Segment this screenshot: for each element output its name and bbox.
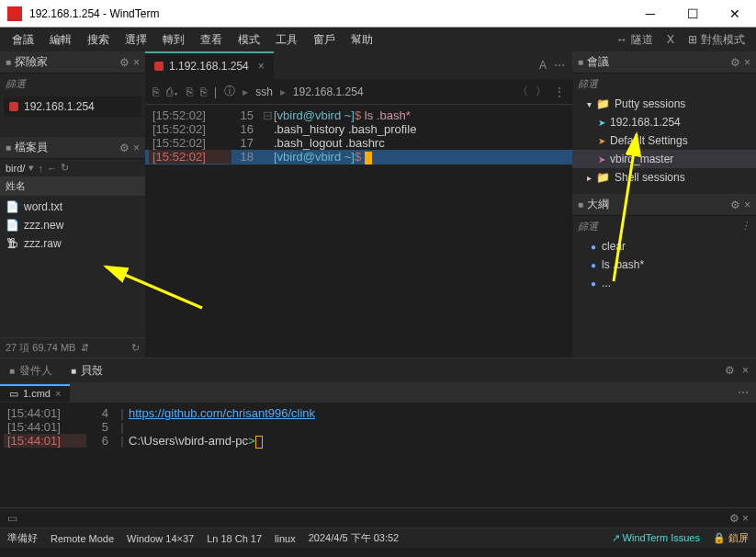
menu-模式[interactable]: 模式	[231, 29, 266, 51]
gear-icon[interactable]: ⚙	[729, 512, 739, 525]
close-tab-icon[interactable]: ×	[258, 60, 265, 73]
terminal-bottom[interactable]: [15:44:01]4|https://github.com/chrisant9…	[0, 403, 756, 507]
menu-會議[interactable]: 會議	[6, 29, 40, 51]
tunnel-menu[interactable]: ↔ 隧道	[611, 29, 659, 51]
outline-item[interactable]: ●clear	[572, 237, 756, 256]
explorer-filter[interactable]: 篩選	[0, 74, 145, 95]
gear-icon[interactable]: ⚙	[119, 56, 130, 69]
bullet-icon: ●	[591, 242, 596, 252]
close-icon[interactable]: ×	[742, 364, 749, 377]
window-title: 192.168.1.254 - WindTerm	[29, 7, 629, 20]
menu-選擇[interactable]: 選擇	[118, 29, 153, 51]
more-icon[interactable]: ⋯	[554, 59, 565, 72]
info-icon[interactable]: ⓘ	[224, 84, 235, 99]
dropdown-icon[interactable]: ▾	[28, 162, 34, 174]
status-position[interactable]: Ln 18 Ch 17	[207, 533, 262, 544]
menu-搜索[interactable]: 搜索	[81, 29, 116, 51]
dup2-icon[interactable]: ⎘	[200, 85, 207, 98]
bullet-icon: ●	[591, 278, 596, 289]
status-os[interactable]: linux	[275, 533, 296, 544]
close-tab-icon[interactable]: ×	[55, 388, 61, 399]
session-item[interactable]: ➤Default Settings	[572, 131, 756, 150]
menu-工具[interactable]: 工具	[269, 29, 304, 51]
more-icon[interactable]: ⋮	[740, 220, 750, 233]
file-icon: 📄	[6, 200, 18, 213]
menu-幫助[interactable]: 幫助	[344, 29, 379, 51]
sessions-filter[interactable]: 篩選	[572, 74, 756, 95]
session-arrow-icon: ➤	[598, 136, 605, 146]
outline-header: ■ 大綱 ⚙ ×	[572, 194, 756, 216]
path-input[interactable]: bird/	[6, 163, 25, 174]
gear-icon[interactable]: ⚙	[725, 364, 735, 377]
close-button[interactable]: ✕	[714, 0, 756, 27]
folder-icon: 📁	[596, 171, 610, 184]
session-item[interactable]: ➤192.168.1.254	[572, 113, 756, 131]
outline-item[interactable]: ●...	[572, 274, 756, 292]
close-icon[interactable]: ×	[133, 56, 140, 69]
panel-icon[interactable]: ▭	[7, 512, 17, 525]
maximize-button[interactable]: ☐	[671, 0, 714, 27]
x-menu[interactable]: X	[661, 30, 680, 49]
menu-查看[interactable]: 查看	[194, 29, 229, 51]
close-icon[interactable]: ×	[744, 56, 750, 69]
copy-icon[interactable]: ⎘	[152, 85, 159, 98]
nav-prev-icon[interactable]: 〈	[517, 84, 528, 99]
session-item[interactable]: ➤vbird_master	[572, 150, 756, 168]
status-window[interactable]: Window 14×37	[127, 533, 194, 544]
menu-轉到[interactable]: 轉到	[156, 29, 191, 51]
filemgr-header: ■ 檔案員 ⚙ ×	[0, 137, 145, 159]
cmd-icon: ▭	[9, 388, 18, 400]
session-icon	[154, 62, 164, 71]
bottom-tab[interactable]: ■發件人	[0, 359, 62, 382]
file-icon: 📄	[6, 219, 18, 232]
file-icon: 🗜	[6, 237, 18, 250]
menu-窗戶[interactable]: 窗戶	[307, 29, 342, 51]
up-icon[interactable]: ↑	[38, 163, 43, 174]
dup-icon[interactable]: ⎘	[186, 85, 193, 98]
session-folder[interactable]: ▾📁Putty sessions	[572, 95, 756, 113]
gear-icon[interactable]: ⚙	[119, 142, 130, 154]
tab-setting[interactable]: A	[539, 59, 547, 72]
refresh-icon[interactable]: ↻	[61, 162, 69, 174]
terminal-main[interactable]: [15:52:02]15⊟[vbird@vbird ~]$ ls .bash*[…	[145, 105, 572, 358]
focus-mode-menu[interactable]: ⊞ 對焦模式	[683, 29, 750, 51]
session-arrow-icon: ➤	[598, 154, 605, 165]
outline-item[interactable]: ●ls .bash*	[572, 256, 756, 274]
minimize-button[interactable]: ─	[629, 0, 671, 27]
close-icon[interactable]: ×	[742, 512, 749, 525]
name-column[interactable]: 姓名	[0, 176, 145, 196]
breadcrumb-host[interactable]: 192.168.1.254	[293, 85, 364, 98]
file-item[interactable]: 📄word.txt	[0, 198, 145, 216]
tab-ssh-session[interactable]: 1.192.168.1.254 ×	[145, 51, 274, 79]
more-icon[interactable]: ⋮	[554, 85, 565, 98]
file-status: 27 項 69.74 MB	[6, 341, 75, 355]
lock-button[interactable]: 🔒 鎖屏	[713, 531, 749, 545]
breadcrumb-protocol[interactable]: ssh	[255, 85, 273, 98]
close-icon[interactable]: ×	[744, 199, 750, 211]
status-ready: 準備好	[7, 531, 38, 545]
menu-編輯[interactable]: 編輯	[43, 29, 78, 51]
app-logo	[7, 6, 22, 21]
issues-link[interactable]: ↗ WindTerm Issues	[612, 532, 700, 544]
connection-item[interactable]: 192.168.1.254	[4, 97, 141, 117]
file-item[interactable]: 🗜zzz.raw	[0, 234, 145, 253]
refresh-icon[interactable]: ↻	[131, 342, 140, 354]
bullet-icon: ●	[591, 260, 596, 270]
transfer-icon[interactable]: ⇵	[81, 342, 89, 354]
file-item[interactable]: 📄zzz.new	[0, 216, 145, 234]
gear-icon[interactable]: ⚙	[730, 56, 740, 69]
more-icon[interactable]: ⋯	[738, 386, 756, 399]
status-time: 2024/4/5 下午 03:52	[309, 531, 399, 545]
tab-cmd[interactable]: ▭ 1.cmd ×	[0, 384, 70, 402]
nav-next-icon[interactable]: 〉	[536, 84, 547, 99]
chevron-icon: ▸	[587, 173, 592, 183]
paste-icon[interactable]: ⎙▾	[166, 85, 179, 98]
bottom-tab[interactable]: ■貝殼	[62, 359, 112, 382]
status-remote[interactable]: Remote Mode	[51, 533, 114, 544]
gear-icon[interactable]: ⚙	[730, 199, 740, 211]
session-folder[interactable]: ▸📁Shell sessions	[572, 168, 756, 187]
close-icon[interactable]: ×	[133, 142, 140, 154]
session-arrow-icon: ➤	[598, 118, 605, 128]
outline-filter[interactable]: 篩選	[578, 220, 598, 233]
back-icon[interactable]: ←	[47, 163, 57, 174]
